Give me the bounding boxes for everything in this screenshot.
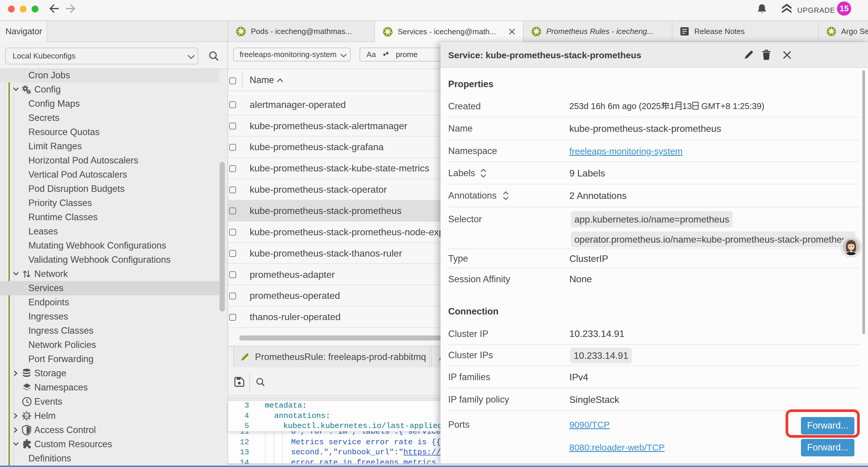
svg-text:HELM: HELM [23,414,30,417]
